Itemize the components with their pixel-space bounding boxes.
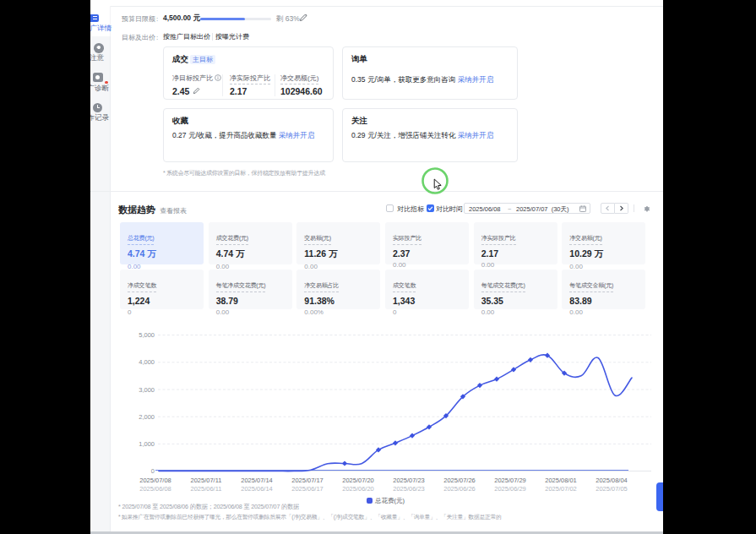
svg-text:2025/07/05: 2025/07/05: [596, 485, 628, 493]
svg-text:2025/07/26: 2025/07/26: [443, 477, 476, 484]
svg-text:2025/08/04: 2025/08/04: [596, 477, 628, 484]
svg-text:2025/06/08: 2025/06/08: [139, 485, 171, 493]
svg-text:2025/07/23: 2025/07/23: [393, 477, 425, 484]
svg-text:4,000: 4,000: [139, 358, 155, 366]
svg-text:2025/06/14: 2025/06/14: [241, 485, 273, 493]
svg-text:2025/06/20: 2025/06/20: [342, 485, 374, 493]
svg-text:2025/07/29: 2025/07/29: [494, 477, 526, 484]
svg-text:1,000: 1,000: [139, 440, 155, 448]
svg-text:2025/07/02: 2025/07/02: [545, 485, 577, 493]
svg-text:2025/06/26: 2025/06/26: [443, 485, 476, 493]
svg-text:2,000: 2,000: [139, 413, 155, 421]
svg-text:5,000: 5,000: [139, 331, 155, 339]
svg-text:2025/07/14: 2025/07/14: [241, 477, 273, 484]
svg-text:2025/06/11: 2025/06/11: [191, 485, 222, 493]
svg-text:2025/07/20: 2025/07/20: [342, 477, 374, 484]
svg-text:2025/07/08: 2025/07/08: [139, 477, 171, 484]
svg-text:2025/08/01: 2025/08/01: [545, 477, 577, 484]
svg-text:2025/06/29: 2025/06/29: [494, 485, 526, 493]
svg-text:2025/06/23: 2025/06/23: [393, 485, 425, 493]
svg-text:3,000: 3,000: [139, 386, 155, 394]
svg-text:2025/06/17: 2025/06/17: [291, 485, 324, 493]
svg-text:2025/07/17: 2025/07/17: [291, 477, 324, 484]
svg-text:2025/07/11: 2025/07/11: [191, 477, 222, 484]
svg-text:0: 0: [151, 467, 155, 475]
